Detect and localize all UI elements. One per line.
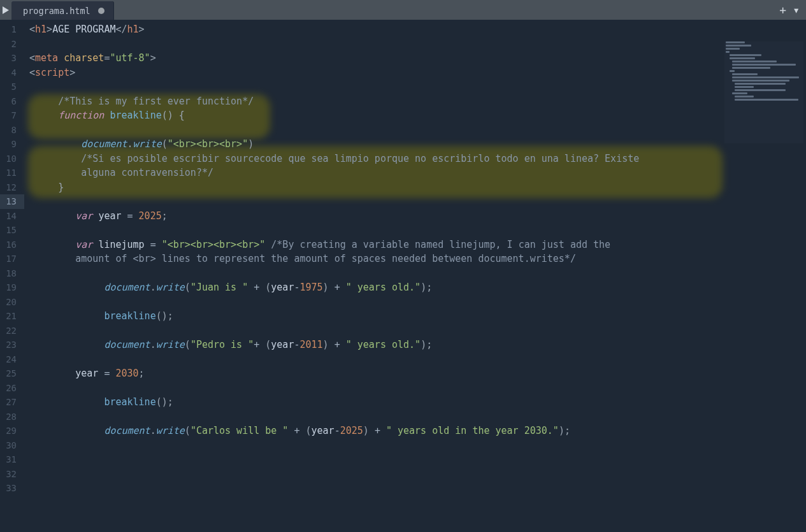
line-number: 16 (0, 238, 24, 252)
line-number: 8 (0, 123, 24, 138)
code-line[interactable]: breakline(); (24, 309, 806, 324)
code-line[interactable]: breakline(); (24, 395, 806, 410)
line-number: 10 (0, 152, 24, 166)
code-line[interactable] (24, 194, 806, 209)
line-number: 15 (0, 223, 24, 238)
line-number: 12 (0, 180, 24, 195)
line-number: 29 (0, 424, 24, 438)
code-line[interactable] (24, 438, 806, 453)
new-tab-button[interactable]: + (779, 4, 786, 16)
code-line[interactable] (24, 37, 806, 52)
line-number: 26 (0, 381, 24, 396)
line-number: 28 (0, 410, 24, 424)
play-icon[interactable] (0, 0, 11, 20)
line-number: 1 (0, 22, 24, 37)
line-number: 20 (0, 295, 24, 310)
line-number: 25 (0, 366, 24, 381)
tab-menu-button[interactable]: ▾ (793, 4, 800, 16)
modified-indicator-icon (98, 8, 104, 14)
line-number: 3 (0, 51, 24, 66)
code-line[interactable] (24, 481, 806, 496)
code-line[interactable]: amount of <br> lines to represent the am… (24, 252, 806, 266)
line-number: 33 (0, 481, 24, 496)
code-line[interactable]: <script> (24, 66, 806, 80)
code-line[interactable] (24, 381, 806, 396)
tab-bar: programa.html + ▾ (0, 0, 806, 20)
line-number: 13 (0, 194, 24, 209)
code-line[interactable]: var year = 2025; (24, 209, 806, 224)
code-line[interactable] (24, 410, 806, 424)
code-line[interactable] (24, 467, 806, 482)
line-number: 23 (0, 338, 24, 352)
code-line[interactable] (24, 80, 806, 94)
line-number: 19 (0, 280, 24, 295)
code-line[interactable]: document.write("Carlos will be " + (year… (24, 424, 806, 438)
line-number: 4 (0, 66, 24, 80)
code-area[interactable]: <h1>AGE PROGRAM</h1><meta charset="utf-8… (24, 20, 806, 532)
code-line[interactable]: /*Si es posible escribir sourcecode que … (24, 152, 806, 166)
line-number: 24 (0, 352, 24, 367)
code-line[interactable]: /*This is my first ever function*/ (24, 94, 806, 109)
code-line[interactable]: var linejump = "<br><br><br><br>" /*By c… (24, 238, 806, 252)
tab-programa[interactable]: programa.html (11, 1, 114, 20)
line-number: 17 (0, 252, 24, 266)
line-number-gutter: 1234567891011121314151617181920212223242… (0, 20, 24, 532)
code-line[interactable]: document.write("<br><br><br>") (24, 137, 806, 152)
code-line[interactable]: alguna contravension?*/ (24, 166, 806, 180)
code-line[interactable] (24, 266, 806, 281)
code-line[interactable]: year = 2030; (24, 366, 806, 381)
line-number: 14 (0, 209, 24, 224)
line-number: 18 (0, 266, 24, 281)
line-number: 11 (0, 166, 24, 180)
code-line[interactable]: <h1>AGE PROGRAM</h1> (24, 22, 806, 37)
code-line[interactable]: document.write("Juan is " + (year-1975) … (24, 280, 806, 295)
line-number: 6 (0, 94, 24, 109)
line-number: 30 (0, 438, 24, 453)
code-line[interactable] (24, 452, 806, 467)
code-line[interactable] (24, 324, 806, 338)
code-line[interactable]: } (24, 180, 806, 195)
code-line[interactable] (24, 123, 806, 138)
line-number: 21 (0, 309, 24, 324)
line-number: 27 (0, 395, 24, 410)
code-line[interactable]: document.write("Pedro is "+ (year-2011) … (24, 338, 806, 352)
line-number: 7 (0, 108, 24, 123)
code-line[interactable] (24, 352, 806, 367)
tab-title: programa.html (23, 6, 90, 16)
line-number: 2 (0, 37, 24, 52)
code-line[interactable]: <meta charset="utf-8"> (24, 51, 806, 66)
line-number: 9 (0, 137, 24, 152)
line-number: 31 (0, 452, 24, 467)
code-line[interactable]: function breakline() { (24, 108, 806, 123)
line-number: 5 (0, 80, 24, 94)
line-number: 32 (0, 467, 24, 482)
code-line[interactable] (24, 223, 806, 238)
line-number: 22 (0, 324, 24, 338)
editor: 1234567891011121314151617181920212223242… (0, 20, 806, 532)
code-line[interactable] (24, 295, 806, 310)
